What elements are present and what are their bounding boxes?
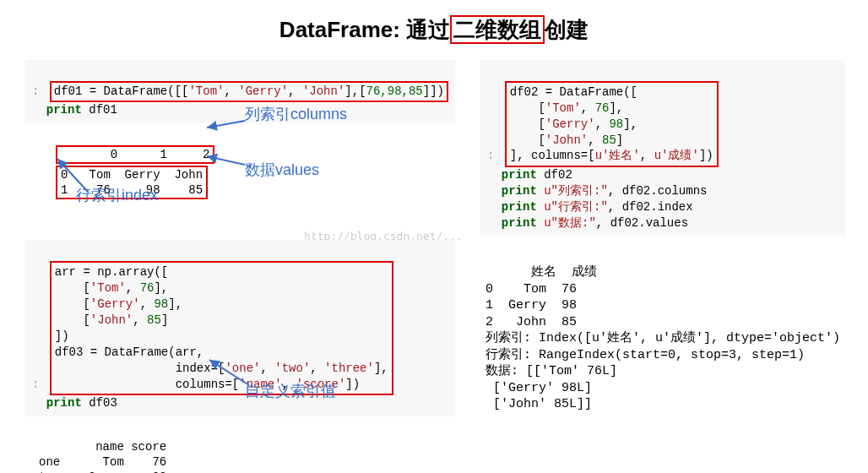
right-column: : df02 = DataFrame([ ['Tom', 76], ['Gerr… (480, 60, 845, 473)
red-highlight-df01: df01 = DataFrame([['Tom', 'Gerry', 'John… (50, 81, 448, 102)
red-highlight-df02: df02 = DataFrame([ ['Tom', 76], ['Gerry'… (505, 81, 719, 167)
annotation-values: 数据values (245, 160, 319, 180)
in-prompt-3: : (487, 149, 494, 162)
annotation-columns: 列索引columns (245, 104, 347, 124)
red-highlight-df03: arr = np.array([ ['Tom', 76], ['Gerry', … (50, 261, 393, 395)
annotation-custom-index: 自定义索引值 (245, 381, 336, 401)
in-prompt-2: : (32, 378, 39, 391)
code-cell-df02: : df02 = DataFrame([ ['Tom', 76], ['Gerr… (480, 60, 845, 236)
two-column-layout: : df01 = DataFrame([['Tom', 'Gerry', 'Jo… (25, 60, 843, 473)
left-column: : df01 = DataFrame([['Tom', 'Gerry', 'Jo… (25, 60, 455, 473)
annotation-index: 行索引index (76, 185, 158, 205)
title-suffix: 创建 (545, 17, 589, 42)
page-title: DataFrame: 通过二维数组创建 (25, 15, 843, 45)
code-cell-df03: : arr = np.array([ ['Tom', 76], ['Gerry'… (25, 240, 455, 416)
output-df02: 姓名 成绩 0 Tom 76 1 Gerry 98 2 John 85 列索引:… (480, 245, 845, 416)
output-df03: name score one Tom 76 two Gerry 98 three… (34, 420, 455, 473)
in-prompt: : (32, 84, 39, 98)
title-prefix: DataFrame: 通过 (279, 17, 450, 42)
title-boxed: 二维数组 (450, 15, 545, 44)
code-cell-df01: : df01 = DataFrame([['Tom', 'Gerry', 'Jo… (25, 60, 455, 123)
